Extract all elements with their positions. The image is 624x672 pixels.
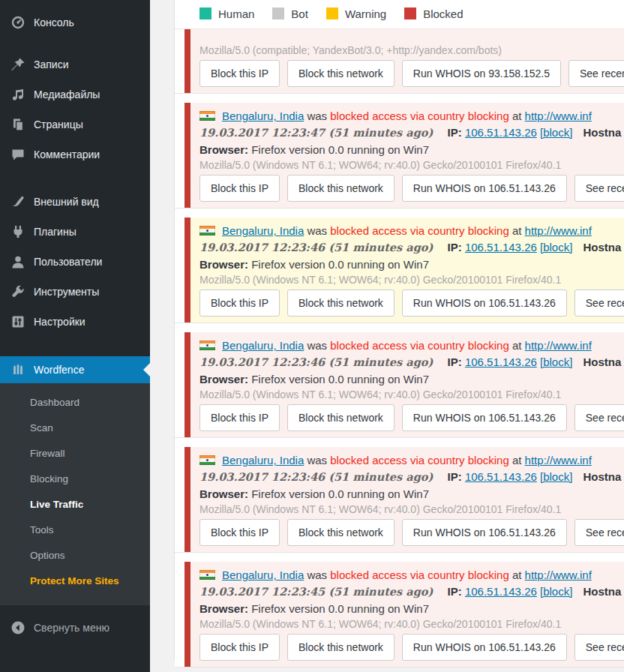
collapse-menu-button[interactable]: Свернуть меню (0, 614, 150, 641)
block-network-button[interactable]: Block this network (287, 175, 394, 202)
submenu-item-options[interactable]: Options (0, 543, 150, 568)
run-whois-button[interactable]: Run WHOIS on 93.158.152.5 (402, 60, 561, 87)
sidebar-item-консоль[interactable]: Консоль (0, 8, 150, 38)
see-recent-button[interactable]: See recent (574, 519, 624, 546)
entry-actions: Block this IP Block this network Run WHO… (200, 634, 624, 661)
block-ip-link[interactable]: [block] (540, 241, 572, 254)
sidebar-item-плагины[interactable]: Плагины (0, 217, 150, 247)
at-text: at (512, 568, 522, 581)
sidebar-item-страницы[interactable]: Страницы (0, 110, 150, 140)
target-url-link[interactable]: http://www.inf (525, 568, 592, 581)
block-ip-button[interactable]: Block this IP (200, 404, 280, 431)
ip-link[interactable]: 106.51.143.26 (465, 241, 537, 254)
blocked-action-text: blocked access via country blocking (330, 454, 508, 466)
wordfence-submenu: DashboardScanFirewallBlockingLive Traffi… (0, 383, 150, 605)
block-network-button[interactable]: Block this network (287, 634, 394, 661)
blocked-action-text: blocked access via country blocking (330, 568, 508, 581)
ip-link[interactable]: 106.51.143.26 (465, 356, 537, 368)
block-network-button[interactable]: Block this network (287, 60, 394, 87)
browser-label: Browser: (200, 373, 248, 386)
timestamp: 19.03.2017 12:23:47 (51 minutes ago) (200, 126, 433, 139)
legend-color-swatch (404, 8, 416, 20)
india-flag-icon (200, 340, 215, 350)
target-url-link[interactable]: http://www.inf (525, 339, 592, 352)
block-network-button[interactable]: Block this network (287, 290, 394, 316)
ip-label: IP: (448, 241, 462, 254)
see-recent-button[interactable]: See recent (574, 634, 624, 661)
was-text: was (307, 110, 327, 122)
traffic-row: Bengaluru, India was blocked access via … (175, 103, 624, 208)
block-ip-link[interactable]: [block] (540, 470, 572, 483)
sidebar-item-пользователи[interactable]: Пользователи (0, 247, 150, 277)
at-text: at (512, 454, 522, 466)
traffic-entry: Bengaluru, India was blocked access via … (184, 332, 624, 437)
block-ip-link[interactable]: [block] (540, 585, 572, 598)
legend-color-swatch (326, 8, 338, 20)
submenu-item-tools[interactable]: Tools (0, 518, 150, 543)
timestamp: 19.03.2017 12:23:46 (51 minutes ago) (200, 470, 433, 483)
blocked-action-text: blocked access via country blocking (330, 339, 508, 352)
sidebar-item-медиафайлы[interactable]: Медиафайлы (0, 80, 150, 110)
location-link[interactable]: Bengaluru, India (222, 454, 304, 466)
entry-actions: Block this IP Block this network Run WHO… (200, 404, 624, 431)
legend-item: Bot (272, 8, 308, 20)
submenu-item-blocking[interactable]: Blocking (0, 466, 150, 492)
sidebar-item-настройки[interactable]: Настройки (0, 307, 150, 337)
dashboard-icon (10, 15, 26, 30)
entry-actions: Block this IP Block this network Run WHO… (200, 175, 624, 202)
see-recent-button[interactable]: See recent (574, 290, 624, 316)
submenu-item-firewall[interactable]: Firewall (0, 441, 150, 466)
run-whois-button[interactable]: Run WHOIS on 106.51.143.26 (402, 290, 567, 316)
collapse-arrow-icon (10, 620, 26, 635)
was-text: was (307, 454, 327, 466)
ip-link[interactable]: 106.51.143.26 (465, 585, 537, 598)
location-link[interactable]: Bengaluru, India (222, 339, 304, 352)
block-ip-link[interactable]: [block] (540, 126, 572, 139)
block-network-button[interactable]: Block this network (287, 404, 394, 431)
hostname-label: Hostna (584, 356, 622, 368)
location-link[interactable]: Bengaluru, India (222, 110, 304, 122)
block-ip-button[interactable]: Block this IP (200, 175, 280, 202)
traffic-row: Bengaluru, India was blocked access via … (175, 332, 624, 438)
run-whois-button[interactable]: Run WHOIS on 106.51.143.26 (402, 634, 567, 661)
block-ip-button[interactable]: Block this IP (200, 519, 280, 546)
sidebar-item-внешний-вид[interactable]: Внешний вид (0, 187, 150, 217)
target-url-link[interactable]: http://www.inf (525, 110, 592, 122)
content-area: Russia was blocked access via country bl… (150, 0, 624, 672)
media-icon (10, 87, 26, 102)
submenu-item-protect-more-sites[interactable]: Protect More Sites (0, 568, 150, 594)
sidebar-item-wordfence[interactable]: Wordfence (0, 356, 150, 383)
run-whois-button[interactable]: Run WHOIS on 106.51.143.26 (402, 404, 567, 431)
settings-icon (10, 314, 26, 329)
run-whois-button[interactable]: Run WHOIS on 106.51.143.26 (402, 175, 567, 202)
sidebar-item-комментарии[interactable]: Комментарии (0, 140, 150, 170)
browser-label: Browser: (200, 143, 248, 156)
ip-link[interactable]: 106.51.143.26 (465, 126, 537, 139)
submenu-item-scan[interactable]: Scan (0, 416, 150, 441)
location-link[interactable]: Bengaluru, India (222, 224, 304, 237)
target-url-link[interactable]: http://www.inf (525, 224, 592, 237)
see-recent-button[interactable]: See recent (574, 175, 624, 202)
block-ip-button[interactable]: Block this IP (200, 60, 280, 87)
timestamp: 19.03.2017 12:23:45 (51 minutes ago) (200, 585, 433, 598)
sidebar-item-записи[interactable]: Записи (0, 50, 150, 80)
legend-item: Warning (326, 8, 386, 20)
ip-link[interactable]: 106.51.143.26 (465, 470, 537, 483)
location-link[interactable]: Bengaluru, India (222, 568, 304, 581)
submenu-item-dashboard[interactable]: Dashboard (0, 390, 150, 416)
block-ip-button[interactable]: Block this IP (200, 634, 280, 661)
tools-icon (10, 284, 26, 299)
see-recent-button[interactable]: See recent (574, 404, 624, 431)
sidebar-item-инструменты[interactable]: Инструменты (0, 277, 150, 307)
run-whois-button[interactable]: Run WHOIS on 106.51.143.26 (402, 519, 567, 546)
legend-color-swatch (200, 8, 212, 20)
block-ip-button[interactable]: Block this IP (200, 290, 280, 316)
submenu-item-live-traffic[interactable]: Live Traffic (0, 492, 150, 518)
traffic-entry: Bengaluru, India was blocked access via … (184, 218, 624, 322)
block-ip-link[interactable]: [block] (540, 356, 572, 368)
block-network-button[interactable]: Block this network (287, 519, 394, 546)
target-url-link[interactable]: http://www.inf (525, 454, 592, 466)
see-recent-button[interactable]: See recent (568, 60, 624, 87)
traffic-row: Bengaluru, India was blocked access via … (175, 218, 624, 323)
collapse-menu-label: Свернуть меню (34, 622, 110, 634)
